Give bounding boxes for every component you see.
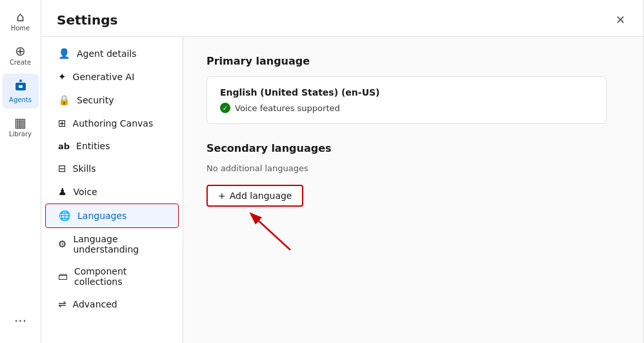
menu-item-advanced[interactable]: ⇌ Advanced: [45, 293, 179, 316]
menu-label-advanced: Advanced: [73, 299, 117, 309]
menu-label-component-collections: Component collections: [74, 266, 166, 287]
annotation-arrow: [245, 208, 303, 253]
menu-item-authoring-canvas[interactable]: ⊞ Authoring Canvas: [45, 112, 179, 135]
nav-item-agents[interactable]: Agents: [3, 74, 39, 109]
menu-label-language-understanding: Language understanding: [73, 234, 166, 255]
nav-item-more[interactable]: ···: [3, 309, 39, 333]
language-understanding-icon: ⚙: [58, 238, 66, 250]
settings-title: Settings: [57, 12, 117, 28]
secondary-languages-title: Secondary languages: [206, 142, 620, 154]
voice-icon: ♟: [58, 186, 66, 198]
menu-label-skills: Skills: [73, 163, 96, 174]
security-icon: 🔒: [58, 94, 70, 106]
check-icon: ✓: [220, 103, 230, 113]
svg-rect-2: [19, 85, 23, 88]
voice-supported-label: Voice features supported: [235, 103, 340, 113]
authoring-canvas-icon: ⊞: [58, 118, 66, 129]
add-language-container: + Add language: [206, 185, 303, 207]
nav-item-create[interactable]: ⊕ Create: [3, 39, 39, 71]
secondary-languages-section: Secondary languages No additional langua…: [206, 142, 620, 207]
primary-language-section: Primary language English (United States)…: [206, 55, 620, 124]
nav-item-library[interactable]: ▦ Library: [3, 111, 39, 143]
generative-ai-icon: ✦: [58, 71, 66, 83]
menu-item-security[interactable]: 🔒 Security: [45, 88, 179, 112]
menu-item-skills[interactable]: ⊟ Skills: [45, 157, 179, 180]
menu-label-entities: Entities: [76, 141, 110, 151]
left-nav-bar: ⌂ Home ⊕ Create Agents ▦ Library ···: [0, 0, 41, 343]
settings-panel: Settings ✕ 👤 Agent details ✦ Generative …: [41, 0, 644, 343]
no-languages-label: No additional languages: [206, 163, 620, 173]
menu-item-component-collections[interactable]: 🗃 Component collections: [45, 260, 179, 293]
nav-label-agents: Agents: [9, 96, 32, 103]
voice-supported-row: ✓ Voice features supported: [220, 103, 593, 113]
settings-header: Settings ✕: [41, 0, 643, 37]
plus-icon: +: [218, 191, 226, 201]
library-icon: ▦: [14, 116, 26, 129]
primary-language-title: Primary language: [206, 55, 620, 67]
menu-item-language-understanding[interactable]: ⚙ Language understanding: [45, 228, 179, 260]
menu-label-authoring-canvas: Authoring Canvas: [73, 118, 154, 129]
svg-line-4: [252, 214, 290, 250]
component-collections-icon: 🗃: [58, 271, 68, 282]
menu-label-languages: Languages: [77, 211, 126, 221]
close-button[interactable]: ✕: [613, 12, 628, 28]
more-icon: ···: [14, 315, 26, 327]
menu-label-voice: Voice: [73, 187, 97, 197]
home-icon: ⌂: [16, 10, 25, 23]
menu-item-generative-ai[interactable]: ✦ Generative AI: [45, 65, 179, 88]
skills-icon: ⊟: [58, 163, 66, 174]
settings-body: 👤 Agent details ✦ Generative AI 🔒 Securi…: [41, 37, 643, 343]
content-area: Primary language English (United States)…: [183, 37, 643, 343]
entities-icon: ab: [58, 141, 70, 151]
agent-details-icon: 👤: [58, 48, 70, 59]
settings-nav: 👤 Agent details ✦ Generative AI 🔒 Securi…: [41, 37, 183, 343]
primary-language-card: English (United States) (en-US) ✓ Voice …: [206, 76, 607, 124]
nav-label-home: Home: [11, 25, 30, 32]
menu-label-security: Security: [77, 95, 114, 105]
advanced-icon: ⇌: [58, 298, 66, 310]
add-language-button[interactable]: + Add language: [206, 185, 303, 207]
menu-item-languages[interactable]: 🌐 Languages: [45, 203, 179, 228]
languages-icon: 🌐: [59, 210, 71, 222]
nav-label-library: Library: [9, 130, 32, 138]
nav-item-home[interactable]: ⌂ Home: [3, 5, 39, 37]
menu-label-generative-ai: Generative AI: [73, 72, 135, 82]
menu-label-agent-details: Agent details: [77, 48, 137, 59]
add-language-label: Add language: [230, 191, 292, 201]
svg-point-1: [19, 79, 22, 82]
primary-language-name: English (United States) (en-US): [220, 87, 593, 98]
agents-icon: [14, 79, 28, 95]
menu-item-agent-details[interactable]: 👤 Agent details: [45, 42, 179, 65]
create-icon: ⊕: [15, 45, 26, 57]
nav-label-create: Create: [10, 59, 31, 66]
menu-item-entities[interactable]: ab Entities: [45, 135, 179, 157]
menu-item-voice[interactable]: ♟ Voice: [45, 180, 179, 203]
